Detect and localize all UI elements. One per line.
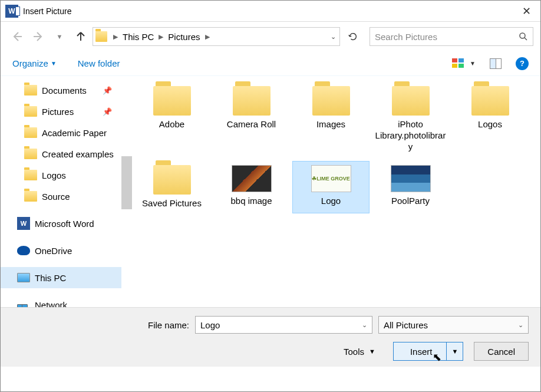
chevron-right-icon: ▶ xyxy=(203,33,212,41)
organize-menu[interactable]: Organize ▼ xyxy=(12,58,57,68)
folder-icon xyxy=(233,86,270,116)
view-mode-dropdown[interactable]: ▼ xyxy=(470,60,476,67)
pin-icon: 📌 xyxy=(103,86,121,95)
chevron-down-icon: ▼ xyxy=(369,348,375,355)
cancel-button[interactable]: Cancel xyxy=(474,342,529,361)
monitor-icon xyxy=(17,273,30,282)
sidebar-item-label: Logos xyxy=(42,170,66,180)
new-folder-button[interactable]: New folder xyxy=(78,58,120,68)
grid-item-image[interactable]: ☘LIME GROVELogo xyxy=(292,161,370,213)
grid-item-image[interactable]: bbq image xyxy=(213,161,290,213)
sidebar-item-pictures[interactable]: Pictures📌 xyxy=(1,101,121,122)
folder-icon xyxy=(153,165,191,195)
breadcrumb-this-pc[interactable]: This PC xyxy=(123,32,154,42)
folder-icon xyxy=(24,85,37,95)
back-button[interactable] xyxy=(8,27,27,46)
tools-menu[interactable]: Tools ▼ xyxy=(344,347,375,357)
chevron-down-icon: ⌄ xyxy=(518,321,523,329)
cancel-label: Cancel xyxy=(487,347,515,357)
sidebar-item-source[interactable]: Source xyxy=(1,186,121,207)
file-grid: Adobe Camera Roll Images iPhoto Library.… xyxy=(121,76,540,307)
breadcrumb-dropdown[interactable]: ⌄ xyxy=(327,33,339,41)
sidebar-item-academic-paper[interactable]: Academic Paper xyxy=(1,122,121,143)
item-label: Images xyxy=(316,119,345,130)
footer: File name: ⌄ All Pictures ⌄ Tools ▼ Inse… xyxy=(1,307,540,367)
up-button[interactable] xyxy=(71,27,90,46)
insert-label: Insert xyxy=(410,347,433,357)
grid-item-image[interactable]: PoolParty xyxy=(372,161,449,213)
svg-rect-2 xyxy=(458,58,464,62)
help-button[interactable]: ? xyxy=(516,57,529,70)
folder-icon xyxy=(95,31,107,42)
folder-icon xyxy=(312,86,350,116)
titlebar: W Insert Picture ✕ xyxy=(1,1,540,22)
item-label: Adobe xyxy=(159,119,184,130)
item-label: Saved Pictures xyxy=(142,198,202,209)
breadcrumb-pictures[interactable]: Pictures xyxy=(168,32,200,42)
insert-button[interactable]: Insert ⬉ ▼ xyxy=(393,342,463,361)
sidebar-item-network[interactable]: Network xyxy=(1,294,121,307)
filename-label: File name: xyxy=(12,320,189,330)
filename-input[interactable] xyxy=(200,320,362,330)
chevron-right-icon: ▶ xyxy=(156,33,166,41)
pin-icon: 📌 xyxy=(103,107,121,116)
sidebar-item-created-examples[interactable]: Created examples xyxy=(1,143,121,164)
dialog-title: Insert Picture xyxy=(23,6,71,16)
folder-icon xyxy=(24,106,37,117)
search-box[interactable] xyxy=(370,27,533,46)
item-label: PoolParty xyxy=(391,196,430,207)
navigation-bar: ▼ ▶ This PC ▶ Pictures ▶ ⌄ xyxy=(1,22,540,51)
item-label: Camera Roll xyxy=(227,119,276,130)
grid-item-folder[interactable]: Adobe xyxy=(133,82,210,156)
organize-label: Organize xyxy=(12,58,48,68)
sidebar: Documents📌 Pictures📌 Academic Paper Crea… xyxy=(1,76,121,307)
grid-item-folder[interactable]: Logos xyxy=(451,82,529,156)
sidebar-item-label: Network xyxy=(35,300,67,308)
search-input[interactable] xyxy=(375,32,519,42)
filetype-filter[interactable]: All Pictures ⌄ xyxy=(378,316,529,334)
sidebar-item-documents[interactable]: Documents📌 xyxy=(1,80,121,101)
close-button[interactable]: ✕ xyxy=(517,5,536,18)
svg-rect-4 xyxy=(458,64,464,68)
sidebar-item-label: This PC xyxy=(35,273,66,283)
chevron-down-icon[interactable]: ⌄ xyxy=(362,321,367,329)
sidebar-item-label: OneDrive xyxy=(35,246,72,256)
insert-dropdown[interactable]: ▼ xyxy=(446,342,463,360)
refresh-button[interactable] xyxy=(344,27,362,46)
svg-rect-3 xyxy=(452,64,457,68)
word-app-icon: W xyxy=(5,5,18,18)
sidebar-item-label: Created examples xyxy=(42,149,114,159)
grid-item-folder[interactable]: Images xyxy=(292,82,370,156)
filter-label: All Pictures xyxy=(384,320,518,330)
sidebar-item-label: Academic Paper xyxy=(42,128,107,138)
item-label: bbq image xyxy=(230,196,272,207)
scrollbar-thumb[interactable] xyxy=(121,156,132,209)
item-label: Logos xyxy=(478,119,502,130)
word-icon: W xyxy=(17,217,30,230)
sidebar-item-logos[interactable]: Logos xyxy=(1,164,121,186)
forward-button[interactable] xyxy=(29,27,48,46)
item-label: iPhoto Library.photolibrary xyxy=(375,119,446,152)
folder-icon xyxy=(24,149,37,159)
grid-item-folder[interactable]: iPhoto Library.photolibrary xyxy=(372,82,449,156)
folder-icon xyxy=(24,170,37,180)
svg-rect-1 xyxy=(452,58,457,62)
sidebar-item-onedrive[interactable]: OneDrive xyxy=(1,240,121,261)
filename-field[interactable]: ⌄ xyxy=(195,316,372,334)
grid-item-folder[interactable]: Saved Pictures xyxy=(133,161,210,213)
view-mode-icon[interactable] xyxy=(452,58,465,69)
sidebar-item-this-pc[interactable]: This PC xyxy=(1,267,121,288)
new-folder-label: New folder xyxy=(78,58,120,68)
svg-point-0 xyxy=(520,33,525,38)
search-icon[interactable] xyxy=(519,32,528,41)
onedrive-icon xyxy=(17,246,30,255)
folder-icon xyxy=(24,191,37,202)
breadcrumb[interactable]: ▶ This PC ▶ Pictures ▶ ⌄ xyxy=(93,27,340,46)
item-label: Logo xyxy=(321,196,341,207)
grid-item-folder[interactable]: Camera Roll xyxy=(213,82,290,156)
recent-dropdown[interactable]: ▼ xyxy=(50,27,69,46)
sidebar-item-microsoft-word[interactable]: WMicrosoft Word xyxy=(1,213,121,234)
chevron-down-icon: ▼ xyxy=(51,60,57,67)
chevron-right-icon: ▶ xyxy=(111,33,120,41)
preview-pane-button[interactable] xyxy=(490,58,502,69)
